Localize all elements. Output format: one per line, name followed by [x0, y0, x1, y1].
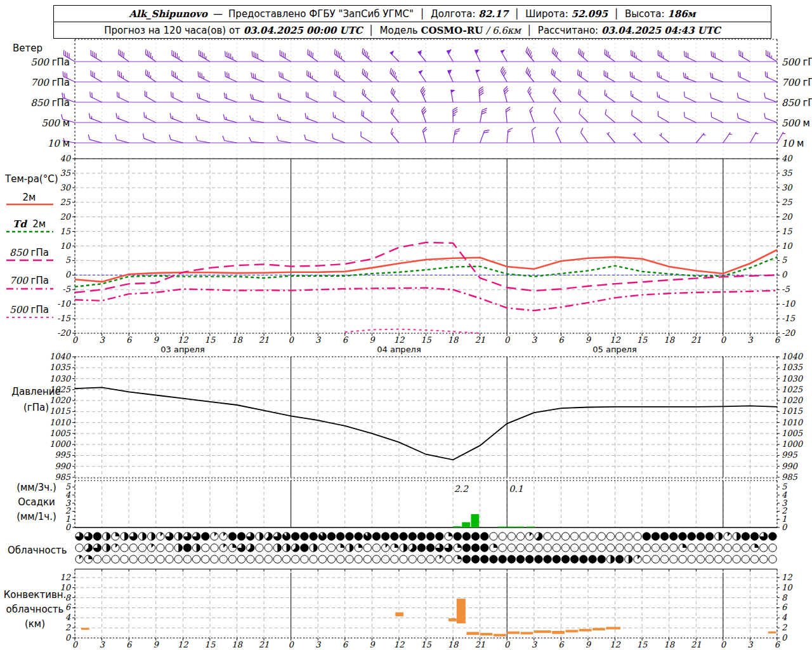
cloud-okta [481, 544, 488, 552]
cloud-okta [211, 544, 218, 552]
svg-text:1025: 1025 [782, 385, 803, 394]
precip-title: Осадки [6, 496, 67, 508]
cloud-okta [481, 555, 488, 563]
precip-annotation: 2.2 [454, 484, 469, 494]
wind-barb [532, 127, 539, 143]
cloud-okta [606, 544, 614, 552]
convective-bar [449, 618, 457, 621]
svg-text:3: 3 [99, 335, 105, 345]
svg-text:1010: 1010 [782, 418, 804, 427]
cloud-okta [391, 555, 398, 563]
wind-barb [723, 133, 733, 145]
wind-barb [475, 48, 484, 62]
svg-text:0: 0 [72, 640, 79, 649]
cloud-okta [660, 555, 668, 563]
wind-barb [529, 107, 539, 123]
wind-barb [223, 93, 239, 102]
wind-barb [453, 107, 457, 123]
wind-barb [388, 68, 402, 82]
cloud-okta [391, 533, 398, 540]
wind-barb [115, 70, 131, 82]
cloud-okta [265, 555, 272, 563]
cloud-okta [445, 555, 452, 563]
svg-text:18: 18 [232, 640, 243, 649]
wind-level-10m-left: 10 м [0, 138, 70, 149]
wind-barb [579, 128, 591, 143]
svg-text:18: 18 [448, 335, 459, 345]
wind-barb [143, 70, 159, 82]
cloud-okta [544, 544, 551, 552]
header-line-2: Прогноз на 120 часа(ов) от 03.04.2025 00… [54, 22, 771, 38]
wind-barb [114, 135, 130, 143]
wind-level-850hpa-left: 850 гПа [0, 97, 70, 109]
cloud-okta [228, 533, 236, 540]
cloud-okta [355, 533, 362, 540]
svg-text:1030: 1030 [49, 374, 72, 383]
wind-barb [117, 50, 132, 62]
wind-barb [447, 48, 457, 62]
wind-barb [276, 114, 292, 123]
cloud-okta [166, 555, 173, 563]
cloud-okta [183, 544, 191, 552]
cloud-okta [462, 544, 470, 552]
cloud-okta [615, 533, 623, 540]
cloud-okta [237, 555, 245, 563]
convective-bar [552, 631, 565, 634]
wind-barb [277, 72, 293, 82]
svg-text:15: 15 [60, 227, 70, 236]
cloud-okta [643, 533, 650, 540]
svg-text:25: 25 [60, 197, 70, 207]
legend-500hpa-label: 500 гПа [1, 304, 57, 315]
svg-text:1005: 1005 [782, 428, 803, 438]
cloud-okta [256, 544, 263, 552]
svg-text:10: 10 [60, 241, 71, 251]
cloud-okta [417, 533, 425, 540]
wind-barb [141, 133, 157, 143]
wind-barb [550, 48, 564, 62]
cloud-okta [643, 555, 650, 563]
precip-bar [527, 527, 535, 528]
precip-3h-label: (мм/3ч.) [6, 482, 67, 493]
precip-bar [498, 527, 506, 528]
svg-text:1010: 1010 [49, 418, 72, 427]
wind-barb [709, 112, 725, 123]
wind-barb [655, 92, 671, 102]
wind-level-500hpa-left: 500 гПа [0, 56, 70, 68]
cloud-okta [471, 555, 479, 563]
svg-text:15: 15 [421, 640, 431, 649]
wind-barb [277, 93, 292, 102]
svg-text:6: 6 [775, 640, 781, 649]
svg-text:10: 10 [782, 583, 793, 592]
svg-text:15: 15 [205, 335, 216, 345]
wind-barb [419, 86, 429, 102]
wind-barb [360, 48, 375, 62]
wind-barb [575, 70, 591, 82]
cloud-okta [426, 544, 434, 552]
svg-text:35: 35 [60, 168, 70, 178]
lat-value: 52.095 [572, 8, 608, 20]
svg-text:9: 9 [154, 640, 160, 649]
cloud-okta [697, 544, 704, 552]
svg-text:3: 3 [532, 335, 538, 345]
svg-text:15: 15 [637, 640, 648, 649]
wind-barb [195, 93, 211, 102]
cloud-okta [561, 544, 569, 552]
svg-text:990: 990 [55, 461, 72, 471]
wind-barb [659, 133, 671, 143]
cloud-okta [481, 533, 488, 540]
cloud-okta [400, 555, 407, 563]
svg-text:0: 0 [721, 335, 727, 345]
alt-label: Высота: [625, 8, 665, 20]
cloud-okta [102, 555, 110, 563]
svg-text:20: 20 [782, 212, 793, 222]
svg-text:-15: -15 [782, 314, 796, 323]
cloud-okta [544, 555, 551, 563]
cloud-okta [516, 544, 524, 552]
wind-barb [448, 69, 457, 82]
svg-text:995: 995 [782, 450, 798, 460]
wind-barb [577, 89, 591, 102]
wind-barb [418, 49, 429, 62]
cloud-okta [670, 555, 678, 563]
cloud-okta [705, 544, 713, 552]
wind-barb [195, 114, 211, 123]
